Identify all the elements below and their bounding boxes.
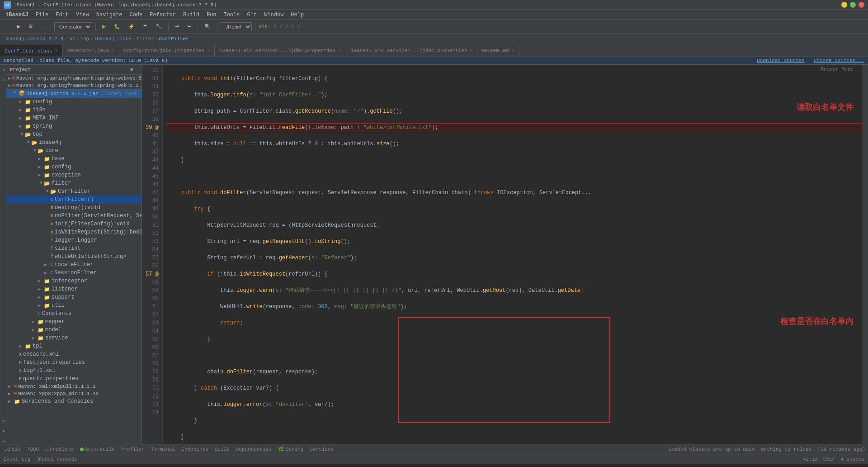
tab-biz-jdbc[interactable]: iBase4J-Biz-Service\...\jdbc.properties … [215,45,346,57]
close-btn[interactable]: × [859,2,864,8]
tab-close-generator[interactable]: × [112,48,114,53]
undo-btn[interactable]: ↩ [172,22,182,31]
tree-item-spring-webmvc[interactable]: ▶ M Maven: org.springframework:spring-we… [6,75,142,82]
download-sources-link[interactable]: Download Sources [757,58,805,63]
run-btn[interactable]: ▶ [99,22,109,31]
tree-item-metainf[interactable]: ▶ 📁 META-INF [6,114,142,122]
breadcrumb-jar[interactable]: ibase4j-common-3.7.5.jar [4,36,75,42]
breadcrumb-ibase4j[interactable]: ibase4j [94,36,114,42]
tree-item-xpp3[interactable]: ▶ M Maven: xpp3:xpp3_min:1.1.4c [6,390,142,397]
tab-close-sys-jdbc[interactable]: × [470,48,472,53]
breadcrumb-csrffilter[interactable]: CsrfFilter [159,36,189,42]
tree-item-support[interactable]: ▶ 📁 support [6,293,142,301]
tab-readme[interactable]: README.md × [477,45,519,57]
services-btn[interactable]: Services [308,446,336,453]
tree-item-fastjson[interactable]: P fastjson.properties [6,358,142,367]
tree-item-listener[interactable]: ▶ 📁 listener [6,285,142,293]
tree-item-mapper[interactable]: ▶ 📁 mapper [6,318,142,326]
tree-item-top[interactable]: ▼ 📂 top [6,130,142,138]
sidebar-icon-1[interactable]: ⚙ [130,67,133,72]
code-content[interactable]: public void init(FilterConfig filterConf… [163,65,863,444]
todo-btn[interactable]: TODO [25,446,41,453]
tree-item-iswhiterequest[interactable]: m isWhiteRequest(String):boolean [6,228,142,236]
tree-item-destroy[interactable]: m destroy():void [6,204,142,212]
right-scrollbar[interactable] [863,65,868,444]
tree-item-xmlpull[interactable]: ▶ M Maven: xml:xmlpull:1.1.3.1 [6,383,142,390]
maximize-btn[interactable]: □ [850,2,856,8]
tree-item-exception[interactable]: ▶ 📁 exception [6,171,142,179]
tab-close-jdbc-config[interactable]: × [207,48,210,53]
tree-item-i18n[interactable]: ▶ 📁 i18n [6,106,142,114]
build-btn[interactable]: Build [213,446,231,453]
tree-item-core[interactable]: ▼ 📂 core [6,147,142,155]
tree-item-util[interactable]: ▶ 📁 util [6,301,142,310]
menu-tools[interactable]: Tools [220,11,244,19]
tree-item-interceptor[interactable]: ▶ 📁 interceptor [6,277,142,285]
search-btn[interactable]: 🔍 [201,22,214,31]
tab-generator[interactable]: Generator.java × [63,45,119,57]
tab-sys-jdbc[interactable]: iBase4J-SYS-Service\...\jdbc.properties … [346,45,477,57]
tree-item-csrffilter-folder[interactable]: ▼ 📂 CsrfFilter [6,187,142,195]
event-log-btn[interactable]: Event Log [4,457,30,462]
jrebel-dropdown[interactable]: JRebel [221,22,252,31]
tree-item-ibase4j-common-jar[interactable]: ▶ 📦 ibase4j-common-3.7.5.jar library roo… [6,89,142,98]
tree-item-filter[interactable]: ▼ 📂 filter [6,179,142,187]
menu-file[interactable]: File [32,11,52,19]
profile-btn[interactable]: ⚡ [125,22,138,31]
toolbar-btn-3[interactable]: ≡ [38,23,47,31]
tree-item-service[interactable]: ▶ 📁 service [6,334,142,342]
breadcrumb-top[interactable]: top [80,36,89,42]
tab-close-biz-jdbc[interactable]: × [339,48,341,53]
tree-item-quartz[interactable]: P quartz.properties [6,375,142,383]
tab-csrffilter[interactable]: CsrfFilter.class × [0,45,63,57]
tree-item-size[interactable]: f size:int [6,244,142,253]
menu-ibase4j[interactable]: iBase4J [2,11,32,19]
git-btn[interactable]: ⎇ Git [3,446,23,453]
tree-item-ehcache[interactable]: X ehcache.xml [6,350,142,358]
tab-jdbc-config[interactable]: config/prod/jdbc.properties × [119,45,215,57]
sidebar-icon-2[interactable]: ≡ [135,67,138,72]
tree-item-logger[interactable]: f logger:Logger [6,236,142,244]
endpoints-btn[interactable]: Endpoints [179,446,210,453]
menu-view[interactable]: View [72,11,93,19]
tab-close-csrffilter[interactable]: × [55,48,58,53]
tree-item-model[interactable]: ▶ 📁 model [6,326,142,334]
menu-edit[interactable]: Edit [52,11,72,19]
auto-build-btn[interactable]: Auto-build [78,446,117,453]
menu-navigate[interactable]: Navigate [93,11,126,19]
spring-btn[interactable]: 🌿 Spring [276,446,306,453]
tree-item-tpl[interactable]: ▶ 📁 tpl [6,342,142,350]
tree-item-constants[interactable]: C Constants [6,310,142,318]
toolbar-btn-1[interactable]: ▶ [14,22,24,31]
terminal-btn[interactable]: Terminal [149,446,177,453]
menu-refactor[interactable]: Refactor [146,11,179,19]
menu-build[interactable]: Build [179,11,203,19]
tree-item-spring[interactable]: ▶ 📁 spring [6,122,142,130]
code-area[interactable]: Reader Mode 32 33 34 35 36 37 38 39 @ 40… [142,65,863,444]
menu-window[interactable]: Window [260,11,287,19]
tree-item-init[interactable]: m init(FilterConfig):void [6,220,142,228]
tree-item-spring-web[interactable]: ▶ M Maven: org.springframework:spring-we… [6,82,142,89]
tree-item-config2[interactable]: ▶ 📁 config [6,163,142,171]
tree-item-sessionfilter[interactable]: ▶ C SessionFilter [6,269,142,277]
menu-code[interactable]: Code [126,11,146,19]
structure-icon[interactable]: S [0,418,6,424]
menu-git[interactable]: Git [244,11,261,19]
jrebel-console-btn[interactable]: JRebel Console [36,457,77,462]
breadcrumb-core[interactable]: core [119,36,131,42]
choose-sources-link[interactable]: Choose Sources... [814,58,864,63]
debug-btn[interactable]: 🐛 [111,22,123,31]
bookmarks-icon[interactable]: B [0,428,6,434]
redo-btn[interactable]: ↪ [184,22,194,31]
build-btn[interactable]: 🔨 [152,22,165,31]
breadcrumb-filter[interactable]: filter [136,36,154,42]
minimize-btn[interactable]: − [841,2,847,8]
tree-item-base[interactable]: ▶ 📁 base [6,155,142,163]
tree-item-config[interactable]: ▶ 📁 config [6,98,142,106]
tree-item-localefilter[interactable]: ▶ C LocaleFilter [6,261,142,269]
tree-item-dofilter[interactable]: m doFilter(ServletRequest, ServletResp..… [6,212,142,220]
generator-dropdown[interactable]: Generator [54,22,92,31]
problems-btn[interactable]: ⚠ Problems [43,446,75,453]
toolbar-project-btn[interactable]: ≡ [3,23,12,31]
commit-icon[interactable]: C [0,76,6,83]
